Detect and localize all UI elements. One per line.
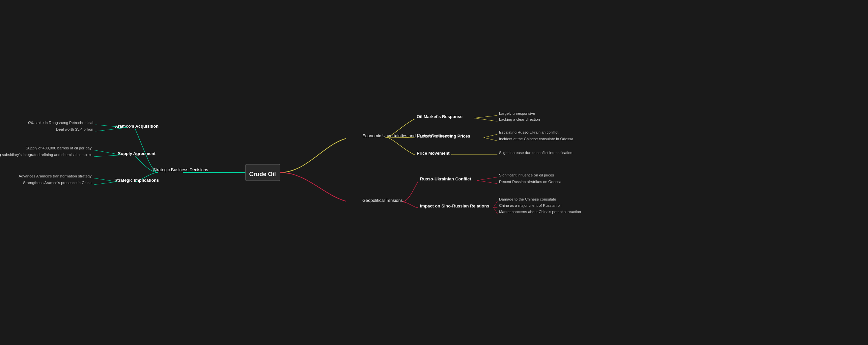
ru-item2: Recent Russian airstrikes on Odessa — [499, 180, 562, 184]
sr-item2: China as a major client of Russian oil — [499, 203, 561, 207]
sr-item3: Market concerns about China's potential … — [499, 210, 581, 214]
sup-item1: Supply of 480,000 barrels of oil per day — [26, 146, 92, 150]
sup-item2: To Rongsheng subsidiary's integrated ref… — [0, 153, 92, 157]
label-sino: Impact on Sino-Russian Relations — [420, 203, 489, 208]
center-node-label: Crude Oil — [249, 171, 276, 177]
fac-item2: Incident at the Chinese consulate in Ode… — [499, 137, 574, 141]
label-supply: Supply Agreement — [118, 151, 156, 156]
sr-item1: Damage to the Chinese consulate — [499, 197, 556, 201]
label-factors: Factors Influencing Prices — [417, 134, 470, 139]
imp-item1: Advances Aramco's transformation strateg… — [19, 174, 92, 178]
acq-item2: Deal worth $3.4 billion — [56, 127, 93, 131]
label-geopolitical: Geopolitical Tensions — [362, 198, 403, 203]
label-oil-response: Oil Market's Response — [417, 114, 463, 119]
label-implications: Strategic Implications — [114, 178, 159, 183]
label-russo: Russo-Ukrainian Conflict — [420, 176, 471, 181]
label-price-movement: Price Movement — [417, 151, 450, 156]
mindmap-svg: Crude Oil Strategic Business Decisions A… — [0, 0, 868, 345]
acq-item1: 10% stake in Rongsheng Petrochemical — [26, 121, 93, 125]
pm-item1: Slight increase due to conflict intensif… — [499, 151, 572, 155]
ru-item1: Significant influence on oil prices — [499, 173, 554, 177]
fac-item1: Escalating Russo-Ukrainian conflict — [499, 130, 559, 134]
center-node: Crude Oil — [245, 164, 280, 181]
label-strategic: Strategic Business Decisions — [153, 167, 208, 172]
imp-item2: Strengthens Aramco's presence in China — [23, 181, 92, 185]
background — [0, 0, 868, 345]
resp-item1: Largely unresponsive — [499, 112, 535, 115]
resp-item2: Lacking a clear direction — [499, 117, 540, 121]
label-acquisition: Aramco's Acquisition — [115, 124, 159, 128]
